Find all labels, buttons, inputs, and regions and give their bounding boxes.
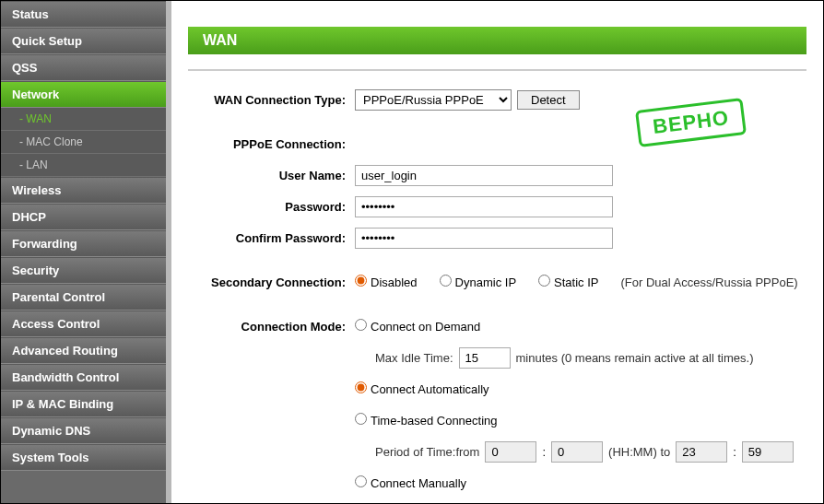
sidebar-item-security[interactable]: Security	[1, 257, 166, 284]
radio-mode-manual[interactable]: Connect Manually	[355, 475, 466, 490]
period-from-m[interactable]	[551, 441, 603, 463]
sidebar-item-advanced-routing[interactable]: Advanced Routing	[1, 337, 166, 364]
radio-mode-ondemand[interactable]: Connect on Demand	[355, 319, 480, 334]
sidebar-item-forwarding[interactable]: Forwarding	[1, 230, 166, 257]
username-input[interactable]	[355, 165, 613, 186]
radio-mode-auto[interactable]: Connect Automatically	[355, 381, 489, 396]
max-idle-input-1[interactable]	[459, 347, 511, 369]
label-conn-type: WAN Connection Type:	[194, 93, 355, 107]
period-to-h[interactable]	[676, 441, 727, 463]
sidebar-item-network[interactable]: Network	[1, 81, 166, 108]
sidebar-item-quick-setup[interactable]: Quick Setup	[1, 28, 166, 54]
sidebar-item-parental-control[interactable]: Parental Control	[1, 284, 166, 311]
main-panel: WAN ВЕРНО WAN Connection Type: PPPoE/Rus…	[171, 1, 823, 503]
label-password: Password:	[194, 200, 355, 214]
label-username: User Name:	[194, 169, 355, 182]
sidebar-item-dynamic-dns[interactable]: Dynamic DNS	[1, 417, 166, 444]
label-max-idle-1: Max Idle Time:	[375, 351, 453, 365]
sidebar-item-dhcp[interactable]: DHCP	[1, 204, 166, 230]
sidebar-item-access-control[interactable]: Access Control	[1, 311, 166, 337]
radio-secondary-static[interactable]: Static IP	[538, 275, 598, 289]
sidebar-sub-lan[interactable]: - LAN	[1, 154, 166, 177]
sidebar-item-wireless[interactable]: Wireless	[1, 177, 166, 204]
sidebar-item-bandwidth-control[interactable]: Bandwidth Control	[1, 364, 166, 391]
sidebar-item-qss[interactable]: QSS	[1, 54, 166, 81]
label-hhmm-to: (HH:MM) to	[608, 445, 670, 459]
radio-secondary-disabled[interactable]: Disabled	[355, 275, 418, 289]
label-mode: Connection Mode:	[194, 320, 355, 334]
secondary-note: (For Dual Access/Russia PPPoE)	[620, 275, 797, 289]
label-confirm: Confirm Password:	[194, 231, 355, 245]
period-to-m[interactable]	[742, 441, 794, 463]
detect-button[interactable]: Detect	[517, 90, 580, 110]
sidebar-item-ip-mac-binding[interactable]: IP & MAC Binding	[1, 391, 166, 417]
page-title: WAN	[188, 27, 806, 54]
sidebar: Status Quick Setup QSS Network - WAN - M…	[1, 1, 171, 503]
label-pppoe: PPPoE Connection:	[194, 137, 355, 151]
sidebar-item-system-tools[interactable]: System Tools	[1, 444, 166, 471]
label-period: Period of Time:from	[375, 445, 479, 459]
password-input[interactable]	[355, 196, 613, 217]
radio-secondary-dynamic[interactable]: Dynamic IP	[440, 275, 516, 289]
sidebar-sub-mac-clone[interactable]: - MAC Clone	[1, 131, 166, 154]
sidebar-sub-wan[interactable]: - WAN	[1, 108, 166, 131]
sidebar-item-status[interactable]: Status	[1, 1, 166, 28]
confirm-input[interactable]	[355, 228, 613, 249]
minutes-note-1: minutes (0 means remain active at all ti…	[516, 351, 754, 365]
label-secondary: Secondary Connection:	[194, 275, 355, 289]
period-from-h[interactable]	[485, 441, 536, 463]
select-conn-type[interactable]: PPPoE/Russia PPPoE	[355, 89, 512, 111]
radio-mode-timebased[interactable]: Time-based Connecting	[355, 413, 498, 428]
